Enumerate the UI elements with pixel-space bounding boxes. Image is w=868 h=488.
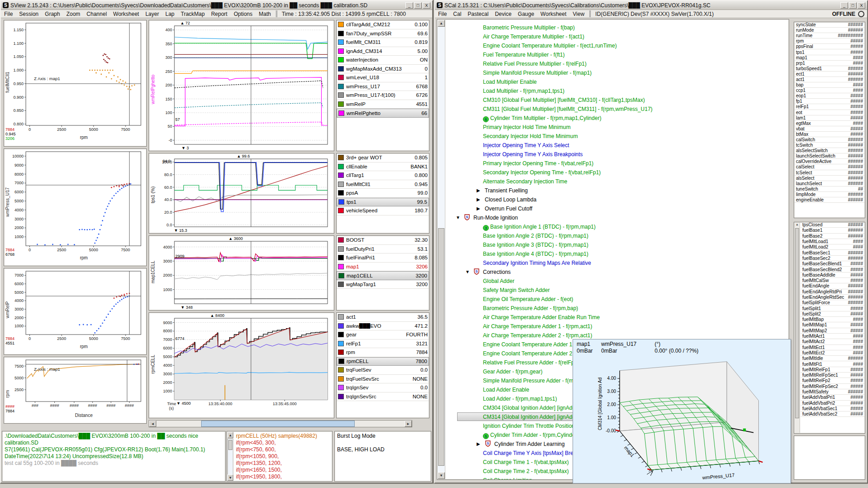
scal-titlebar[interactable]: S SCal 2.15.321 : C:\Users\Public\Docume…	[435, 1, 867, 10]
channel-row-map1[interactable]: map13206	[337, 263, 429, 272]
gauge-row-egtmax[interactable]: egtMax####	[794, 121, 865, 126]
tree-item-load-multiplier---frpmmap1tps1[interactable]: Load Multiplier - f(rpm,map1,tps1)	[448, 86, 789, 96]
gauge-row-turbospeed1[interactable]: turboSpeed1######	[794, 66, 865, 72]
gauge-row-engineenable[interactable]: engineEnable######	[794, 197, 865, 203]
sview-menu-worksheet[interactable]: Worksheet	[110, 11, 142, 17]
channel-row-3rd-gear-wot[interactable]: 3rd+ gear WOT0.805	[337, 153, 429, 163]
scroll-right-arrow[interactable]: ►	[405, 421, 412, 427]
gauge-row-launchselectswitch[interactable]: launchSelectSwitch######	[794, 153, 865, 159]
tree-item-secondary-injector-hold-time[interactable]: Secondary Injector Hold Time Minimum	[448, 132, 789, 141]
gauge-row-prp1[interactable]: prp1####	[794, 61, 865, 66]
gauge-row-alsselectswitch[interactable]: alsSelectSwitch######	[794, 148, 865, 153]
tree-item-injector-opening-time-y[interactable]: Injector Opening Time Y Axis Breakpoints	[448, 150, 789, 159]
gauge-row-calswitch[interactable]: calSwitch######	[794, 137, 865, 143]
gauge-row-fuelbaseaddidle[interactable]: fuelBaseAddIdle#####	[800, 273, 865, 278]
strip-chart-tps1[interactable]: 100.080.060.040.020.00.0▲ 99.6▼ 15.3tps1…	[149, 153, 334, 234]
gauge-list-scrollbar[interactable]: ▲	[795, 223, 800, 433]
sview-menu-trackmap[interactable]: TrackMap	[178, 11, 208, 17]
gauge-row-tpsclosed[interactable]: tpsClosed######	[800, 222, 865, 228]
tree-item-cm310-global-fuel-multiplier[interactable]: CM310 [Global Fuel Multiplier] [fuelMlt_…	[448, 96, 789, 105]
gauge-row-runmode[interactable]: runMode######	[794, 28, 865, 33]
gauge-row-fuelmltmap2[interactable]: fuelMltMap2#####	[800, 328, 865, 334]
tree-item-transient-fuelling[interactable]: ▶Transient Fuelling	[448, 186, 789, 195]
tree-expanded-arrow-icon[interactable]: ▼	[456, 213, 460, 222]
sview-menu-math[interactable]: Math	[256, 11, 274, 17]
tree-item-base-ignition-angle-4[interactable]: Base Ignition Angle 4 (BTDC) - f(rpm,map…	[448, 249, 789, 258]
gauge-row-tcswitch[interactable]: tcSwitch######	[794, 143, 865, 148]
channel-row-relfp1[interactable]: relFp13121	[337, 340, 429, 349]
channel-row-rpm[interactable]: rpm7884	[337, 348, 429, 357]
gauge-row-fueladdvbatpri2[interactable]: fuelAddVbatPri2#####	[800, 401, 865, 406]
tree-item-run-mode-ignition[interactable]: ▼SRun-Mode Ignition	[448, 213, 789, 222]
tree-item-barometric-pressure-multiplier--[interactable]: Barometric Pressure Multiplier - f(bap)	[448, 23, 789, 32]
channel-row-trqignsevsrc[interactable]: trqIgnSevSrcNONE	[337, 392, 429, 402]
channel-row-cllenable[interactable]: cllEnableBANK1	[337, 163, 429, 172]
gauge-row-limpmode[interactable]: limpMode######	[794, 192, 865, 197]
sview-menu-report[interactable]: Report	[208, 11, 231, 17]
gauge-scroll-up[interactable]: ▲	[795, 223, 800, 226]
tree-item-secondary-injector-opening-time[interactable]: Secondary Injector Opening Time - f(vbat…	[448, 168, 789, 177]
channel-row-boost[interactable]: BOOST32.30	[337, 236, 429, 245]
scal-menu-worksheet[interactable]: Worksheet	[537, 11, 569, 17]
gauge-row-bap[interactable]: bap####	[794, 82, 865, 88]
gauge-row-eot[interactable]: eot#####	[794, 110, 865, 115]
scroll-track[interactable]	[156, 421, 405, 427]
sview-close-button[interactable]: X	[423, 2, 430, 9]
sview-menu-session[interactable]: Session	[16, 11, 42, 17]
channel-row-fueldutypri1[interactable]: fuelDutyPri153.1	[337, 245, 429, 254]
channel-row-wmrelp[interactable]: wmRelP4551	[337, 100, 429, 109]
sview-menu-file[interactable]: File	[1, 11, 16, 17]
gauge-row-fuelmltrelfp2[interactable]: fuelMltRelFp2#####	[800, 378, 865, 383]
surface-3d-window[interactable]: map1 wmPress_U17 (°) 0mBar 0mBar 0.00° (…	[573, 339, 791, 483]
scal-close-button[interactable]: X	[858, 2, 865, 9]
strip-chart-map1cell[interactable]: 4000300020001000▲ 3600▼ 348map1CELL2909	[149, 235, 334, 311]
tree-item-overrun-fuel-cutoff[interactable]: ▶Overrun Fuel Cutoff	[448, 204, 789, 213]
gauge-row-caloverrideactive[interactable]: calOverrideActive######	[794, 159, 865, 164]
tree-collapsed-arrow-icon[interactable]: ▶	[477, 204, 480, 213]
gauge-row-fueladdvbatsec2[interactable]: fuelAddVbatSec2#####	[800, 411, 865, 417]
channel-row-tps1[interactable]: tps199.5	[337, 198, 429, 207]
gauge-row-btmax[interactable]: btMax#####	[794, 132, 865, 137]
scatter-wmrelp-panel[interactable]: 7000600050004000300020001000025005000750…	[4, 268, 147, 355]
gauge-row-fuelbasesec1[interactable]: fuelBaseSec1######	[800, 250, 865, 255]
gauge-row-act1[interactable]: act1######	[794, 77, 865, 82]
channel-row-trqfuelsevsrc[interactable]: trqFuelSevSrcNONE	[337, 375, 429, 384]
scal-menu-file[interactable]: File	[435, 11, 450, 17]
channel-row-wmrelpghetto[interactable]: wmRelPghetto66	[337, 109, 429, 118]
gauge-row-fuelsplit1[interactable]: fuelSplit1#####	[800, 306, 865, 311]
sview-menu-graph[interactable]: Graph	[42, 11, 63, 17]
tree-item-cylinder-trim-multiplier--[interactable]: 6Cylinder Trim Multiplier - f(rpm,map1,C…	[448, 114, 789, 123]
gauge-row-fueladdvbatsec1[interactable]: fuelAddVbatSec1#####	[800, 406, 865, 411]
channel-row-clltarg1[interactable]: cllTarg10.800	[337, 171, 429, 180]
surface-3d-plot[interactable]: 4.003.002.001.00-0.00CM314 [Global Ignit…	[574, 356, 790, 483]
scal-menu-gauge[interactable]: Gauge	[515, 11, 537, 17]
scal-menu-pastecal[interactable]: Pastecal	[464, 11, 492, 17]
tree-item-simple-manifold-pressure-multiplier[interactable]: Simple Manifold Pressure Multiplier - f(…	[448, 68, 789, 77]
channel-row-trqfuelsev[interactable]: trqFuelSev0.0	[337, 366, 429, 375]
scal-menu-cal[interactable]: Cal	[450, 11, 464, 17]
tree-item-load-multiplier-enable[interactable]: Load Multiplier Enable	[448, 77, 789, 86]
channel-row-wmpress-u17[interactable]: wmPress_U176768	[337, 82, 429, 91]
channel-row-ppsa[interactable]: ppsA99.0	[337, 189, 429, 198]
channel-row-clltargadd-cm212[interactable]: cllTargAdd_CM2120.100	[337, 20, 429, 29]
channel-row-gear[interactable]: gearFOURTH	[337, 330, 429, 340]
tree-item-air-charge-temperature-adder[interactable]: Air Charge Temperature Adder Enable Run …	[448, 313, 789, 322]
tree-item-engine-coolant-temperature-multiplier[interactable]: Engine Coolant Temperature Multiplier - …	[448, 41, 789, 50]
channel-row-awkw-evo[interactable]: awkw███EVO471.2	[337, 322, 429, 331]
channel-row-wgmapmaxadd-cm313[interactable]: wgMapMaxAdd_CM3130	[337, 65, 429, 74]
sview-titlebar[interactable]: S SView 2.15.243 : C:\Users\Public\Docum…	[1, 1, 432, 10]
gauge-row-fuelendangle[interactable]: fuelEndAngle######	[800, 283, 865, 289]
formula-scroll-down[interactable]: ▼	[227, 474, 233, 481]
tree-item-primary-injector-opening-time[interactable]: Primary Injector Opening Time - f(vbat,r…	[448, 159, 789, 168]
channel-row-trqignsev[interactable]: trqIgnSev0.0	[337, 383, 429, 392]
gauge-row-fuelmltrelfp1[interactable]: fuelMltRelFp1#####	[800, 367, 865, 373]
formula-scroll-up[interactable]: ▲	[227, 432, 233, 438]
gauge-row-fuelmltbap[interactable]: fuelMltBap####	[800, 317, 865, 322]
tree-item-base-ignition-angle-3[interactable]: Base Ignition Angle 3 (BTDC) - f(rpm,map…	[448, 240, 789, 249]
gauge-row-ppsfinal[interactable]: ppsFinal#####	[794, 44, 865, 49]
gauge-row-fuelmltidle[interactable]: fuelMltIdle######	[800, 356, 865, 361]
gauge-row-fuelmltload1[interactable]: fuelMltLoad1####	[800, 239, 865, 244]
gauge-row-fuelmltload2[interactable]: fuelMltLoad2####	[800, 244, 865, 250]
gauge-row-fuelmltsafety[interactable]: fuelMltSafety######	[800, 389, 865, 395]
scroll-thumb[interactable]	[201, 421, 355, 427]
